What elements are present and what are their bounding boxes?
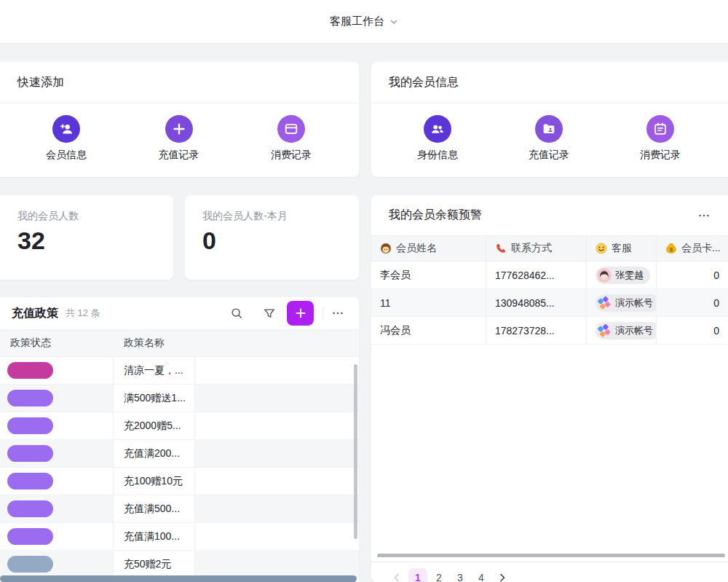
agent-pill: 演示帐号	[596, 294, 657, 312]
policy-name-cell: 充值满200...	[114, 440, 195, 467]
more-icon[interactable]	[327, 302, 349, 324]
member-identity-info-label: 身份信息	[406, 149, 469, 162]
plus-icon	[165, 115, 193, 143]
status-badge: 生效中	[7, 528, 53, 545]
quick-add-recharge-record-label: 充值记录	[148, 149, 210, 162]
stat-card-member-count-month: 我的会员人数-本月 0	[185, 195, 359, 280]
balance-warning-title: 我的会员余额预警	[389, 208, 482, 223]
agent-cell: 张雯越	[587, 261, 657, 288]
status-badge: 生效中	[7, 500, 53, 517]
table-row[interactable]: 生效中 充值满200...	[0, 440, 359, 468]
balance-cell: 0	[657, 289, 728, 316]
quick-add-title: 快速添加	[0, 62, 359, 103]
agent-name: 演示帐号	[615, 296, 653, 310]
column-label-contact[interactable]: 联系方式	[511, 242, 552, 255]
table-row[interactable]: 生效中 满500赠送1...	[0, 385, 359, 412]
column-label-member-card[interactable]: 会员卡...	[681, 242, 721, 255]
table-row[interactable]: 李会员 177628462... 张雯越 0	[371, 261, 728, 289]
column-label-policy-status[interactable]: 政策状态	[0, 337, 114, 350]
quick-add-card: 快速添加 会员信息 充值记录 消费记录	[0, 62, 359, 177]
member-consume-record[interactable]: 消费记录	[629, 115, 692, 162]
avatar	[597, 296, 612, 310]
calendar-icon	[646, 115, 674, 143]
balance-cell: 0	[657, 317, 728, 344]
stat-label: 我的会员人数	[17, 210, 156, 223]
toolbar-divider	[323, 307, 323, 320]
stat-value: 32	[17, 227, 156, 255]
horizontal-scrollbar[interactable]	[0, 575, 357, 582]
table-row[interactable]: 生效中 充值满500...	[0, 495, 359, 523]
member-name-cell: 11	[371, 289, 486, 316]
contact-cell: 130948085...	[486, 289, 587, 316]
table-bottom-border	[371, 562, 728, 562]
status-badge: 生效中	[7, 473, 53, 489]
member-recharge-record[interactable]: 充值记录	[518, 115, 580, 162]
page-button-2[interactable]: 2	[430, 568, 448, 582]
prev-page-icon[interactable]	[387, 568, 406, 582]
recharge-policy-title: 充值政策	[12, 306, 58, 321]
avatar	[597, 323, 612, 338]
agent-cell: 演示帐号	[587, 317, 657, 344]
card-icon	[277, 115, 305, 143]
member-info-card: 我的会员信息 身份信息 充值记录 消费记录	[371, 62, 728, 177]
balance-warning-card: 我的会员余额预警 会员姓名 联系方式 客服 $ 会员卡...	[371, 195, 728, 582]
filter-icon[interactable]	[258, 302, 280, 324]
chevron-down-icon[interactable]	[389, 17, 398, 26]
agent-pill: 张雯越	[596, 267, 650, 284]
agent-name: 张雯越	[615, 269, 644, 282]
member-consume-record-label: 消费记录	[629, 149, 692, 162]
table-row[interactable]: 11 130948085... 演示帐号 0	[371, 289, 728, 317]
quick-add-recharge-record[interactable]: 充值记录	[148, 115, 210, 162]
status-badge: 已失效	[7, 556, 53, 573]
pagination: 1 2 3 4	[387, 568, 512, 582]
vertical-scrollbar[interactable]	[354, 364, 357, 539]
agent-name: 演示帐号	[615, 324, 653, 337]
table-row[interactable]: 生效中 充值满100...	[0, 523, 359, 551]
people-icon	[424, 115, 451, 143]
status-badge: 生效中	[7, 417, 53, 434]
column-label-agent[interactable]: 客服	[612, 242, 632, 255]
page-title[interactable]: 客服工作台	[330, 15, 384, 28]
person-add-icon	[52, 115, 80, 143]
table-row[interactable]: 生效中 充2000赠5...	[0, 412, 359, 440]
status-badge: 生效中	[7, 445, 53, 462]
policy-name-cell: 充2000赠5...	[114, 412, 195, 439]
dashboard-page: 客服工作台 快速添加 会员信息 充值记录	[0, 0, 728, 582]
quick-add-consume-record[interactable]: 消费记录	[260, 115, 323, 162]
add-policy-button[interactable]	[287, 301, 314, 326]
status-badge: 待生效	[7, 362, 53, 379]
smiley-icon	[596, 243, 607, 254]
table-row[interactable]: 生效中 充100赠10元	[0, 468, 359, 495]
moneybag-icon: $	[665, 243, 677, 254]
table-row[interactable]: 冯会员 178273728... 演示帐号 0	[371, 317, 728, 345]
quick-add-consume-record-label: 消费记录	[260, 149, 323, 162]
more-icon[interactable]	[697, 209, 711, 222]
member-identity-info[interactable]: 身份信息	[406, 115, 469, 162]
folder-user-icon	[535, 115, 563, 143]
search-icon[interactable]	[226, 302, 248, 324]
phone-icon	[495, 243, 507, 254]
table-row[interactable]: 待生效 清凉一夏，...	[0, 357, 359, 385]
agent-cell: 演示帐号	[587, 289, 657, 316]
policy-name-cell: 清凉一夏，...	[114, 357, 195, 384]
page-button-3[interactable]: 3	[451, 568, 470, 582]
policy-table-body: 待生效 清凉一夏，... 生效中 满500赠送1... 生效中 充2000赠5.…	[0, 357, 359, 578]
policy-name-cell: 充值满500...	[114, 495, 195, 522]
next-page-icon[interactable]	[493, 568, 512, 582]
member-name-cell: 冯会员	[371, 317, 486, 344]
recharge-policy-card: 充值政策 共 12 条 政策状态 政策名称	[0, 297, 359, 582]
stat-value: 0	[202, 227, 341, 255]
stat-label: 我的会员人数-本月	[202, 210, 341, 223]
column-label-member-name[interactable]: 会员姓名	[396, 242, 437, 255]
page-button-1[interactable]: 1	[408, 568, 427, 582]
stat-card-member-count: 我的会员人数 32	[0, 195, 173, 280]
column-label-policy-name[interactable]: 政策名称	[114, 337, 195, 350]
status-badge: 生效中	[7, 390, 53, 406]
quick-add-member-info[interactable]: 会员信息	[35, 115, 98, 162]
table-row[interactable]: 已失效 充50赠2元	[0, 551, 359, 578]
horizontal-scrollbar[interactable]	[377, 554, 725, 557]
policy-table-header: 政策状态 政策名称	[0, 330, 359, 357]
member-recharge-record-label: 充值记录	[518, 149, 580, 162]
page-button-4[interactable]: 4	[472, 568, 491, 582]
top-bar: 客服工作台	[0, 0, 728, 44]
